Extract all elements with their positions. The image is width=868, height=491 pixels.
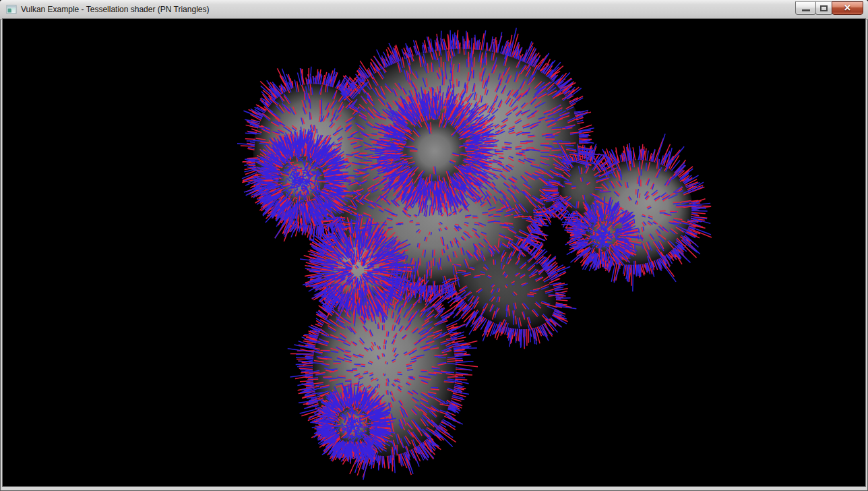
- minimize-icon: [802, 9, 810, 11]
- caption-buttons: ✕: [796, 1, 863, 16]
- minimize-button[interactable]: [795, 1, 816, 15]
- close-button[interactable]: ✕: [832, 1, 863, 15]
- app-icon: [6, 4, 17, 15]
- close-icon: ✕: [844, 2, 851, 14]
- maximize-icon: [820, 5, 828, 11]
- maximize-button[interactable]: [815, 1, 832, 15]
- app-window: Vulkan Example - Tessellation shader (PN…: [0, 0, 868, 491]
- titlebar[interactable]: Vulkan Example - Tessellation shader (PN…: [0, 0, 868, 20]
- window-title: Vulkan Example - Tessellation shader (PN…: [21, 5, 209, 14]
- render-viewport[interactable]: [3, 19, 865, 486]
- client-area: [3, 19, 865, 486]
